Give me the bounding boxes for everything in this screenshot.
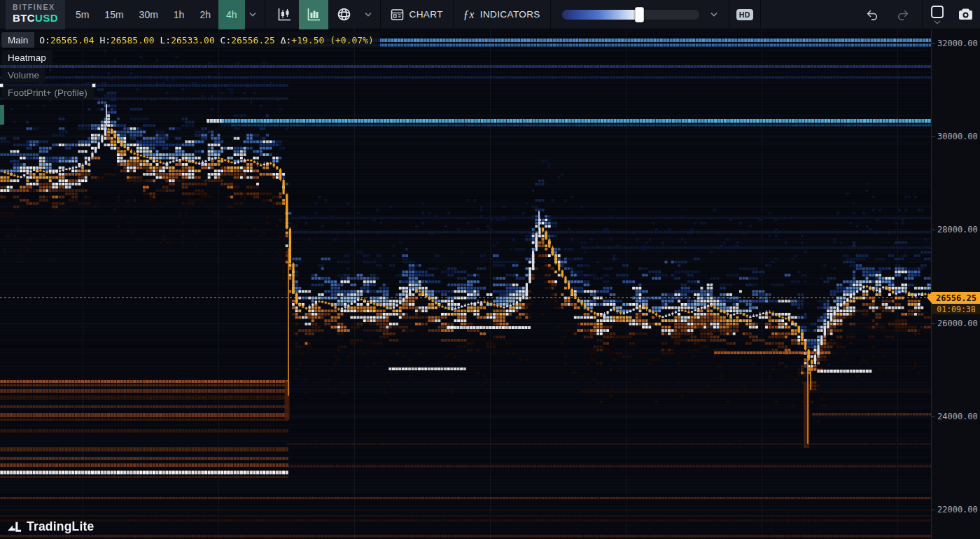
price-axis-label: 32000.00 xyxy=(937,38,978,48)
slider-gradient-fill xyxy=(562,10,642,20)
heatmap-chart-icon[interactable] xyxy=(299,0,328,29)
divider xyxy=(922,0,923,29)
slider-handle[interactable] xyxy=(635,7,644,22)
layer-main-row: Main O:26565.04 H:26585.00 L:26533.00 C:… xyxy=(1,32,380,48)
layer-heatmap[interactable]: Heatmap xyxy=(1,50,52,65)
ohlc-readout: O:26565.04 H:26585.00 L:26533.00 C:26556… xyxy=(34,32,380,48)
camera-icon[interactable] xyxy=(955,0,976,29)
hd-badge[interactable]: HD xyxy=(736,9,753,20)
timeframe-30m[interactable]: 30m xyxy=(132,0,166,29)
exchange-name: BITFINEX xyxy=(13,2,58,12)
watermark-text: TradingLite xyxy=(27,519,94,534)
layer-main[interactable]: Main xyxy=(1,32,34,48)
slider-chevron-down-icon[interactable] xyxy=(706,0,722,29)
layout-select-button[interactable] xyxy=(927,5,948,24)
heatmap-chart[interactable] xyxy=(0,29,931,539)
chart-type-chevron-down-icon[interactable] xyxy=(360,0,376,29)
undo-icon[interactable] xyxy=(863,0,881,29)
divider xyxy=(760,0,761,29)
chart-button[interactable]: CHART xyxy=(381,0,453,29)
divider xyxy=(550,0,551,29)
timeframe-4h[interactable]: 4h xyxy=(218,0,245,29)
candlestick-chart-icon[interactable] xyxy=(270,0,299,29)
heatmap-intensity-slider[interactable] xyxy=(562,10,699,20)
price-axis-label: 26000.00 xyxy=(937,318,978,328)
selection-handle[interactable] xyxy=(0,83,4,88)
divider xyxy=(729,0,729,29)
redo-icon[interactable] xyxy=(894,0,912,29)
indicators-button-label: INDICATORS xyxy=(480,9,540,20)
fx-icon: ƒx xyxy=(463,8,475,21)
tradinglite-logo-icon xyxy=(7,521,22,533)
chart-button-label: CHART xyxy=(410,9,443,20)
indicators-button[interactable]: ƒx INDICATORS xyxy=(454,0,550,29)
timeframe-1h[interactable]: 1h xyxy=(166,0,192,29)
timeframe-chevron-down-icon[interactable] xyxy=(245,0,260,29)
price-axis[interactable]: 26556.25 01:09:38 32000.0030000.0028000.… xyxy=(931,29,980,539)
timeframe-5m[interactable]: 5m xyxy=(68,0,97,29)
price-axis-label: 28000.00 xyxy=(937,225,978,234)
pair-base: BTC xyxy=(13,12,35,24)
pair-quote: USD xyxy=(35,12,58,24)
tradinglite-watermark: TradingLite xyxy=(7,519,94,534)
layer-footprint[interactable]: FootPrint+ (Profile) xyxy=(1,85,94,100)
tradinglite-app: BITFINEX BTCUSD 5m 15m 30m 1h 2h 4h xyxy=(0,0,980,539)
price-axis-label: 24000.00 xyxy=(937,412,978,421)
price-axis-label: 30000.00 xyxy=(937,132,978,141)
globe-icon[interactable] xyxy=(328,0,360,29)
divider xyxy=(265,0,265,29)
selection-handle[interactable] xyxy=(92,83,96,88)
chart-window-icon xyxy=(391,8,404,21)
price-axis-label: 22000.00 xyxy=(937,505,978,514)
exchange-pair-logo[interactable]: BITFINEX BTCUSD xyxy=(6,0,65,29)
last-price-badge: 26556.25 xyxy=(932,292,980,304)
pair-name: BTCUSD xyxy=(13,12,58,24)
layout-chevron-down-icon xyxy=(934,20,941,24)
layout-square-icon xyxy=(930,5,944,19)
toolbar: BITFINEX BTCUSD 5m 15m 30m 1h 2h 4h xyxy=(0,0,980,29)
chart-stage: Main O:26565.04 H:26585.00 L:26533.00 C:… xyxy=(0,29,980,539)
timeframe-2h[interactable]: 2h xyxy=(192,0,218,29)
layer-list: Main O:26565.04 H:26585.00 L:26533.00 C:… xyxy=(1,32,380,100)
timeframe-15m[interactable]: 15m xyxy=(97,0,131,29)
layer-volume[interactable]: Volume xyxy=(1,68,46,83)
candle-countdown: 01:09:38 xyxy=(932,304,980,314)
